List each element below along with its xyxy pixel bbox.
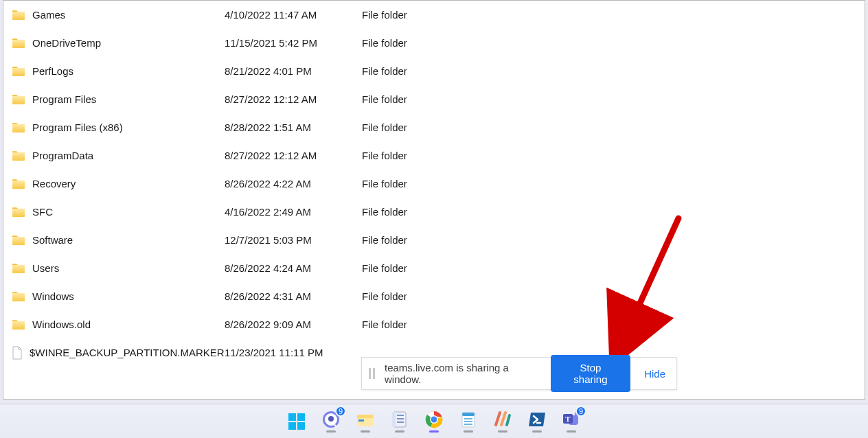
folder-row[interactable]: Games4/10/2022 11:47 AMFile folder: [3, 1, 865, 29]
notification-badge: 9: [335, 406, 346, 417]
taskbar-indicator: [567, 430, 576, 433]
item-date: 8/27/2022 12:12 AM: [225, 150, 362, 161]
item-type: File folder: [362, 319, 513, 330]
taskbar-notepad[interactable]: [459, 410, 478, 433]
folder-row[interactable]: Windows.old8/26/2022 9:09 AMFile folder: [3, 310, 865, 338]
item-name: Windows.old: [32, 319, 91, 330]
taskbar-indicator: [361, 430, 370, 433]
item-type: File folder: [362, 65, 513, 77]
item-date: 4/10/2022 11:47 AM: [225, 9, 362, 21]
item-name: Games: [32, 9, 65, 21]
notepad-icon: [459, 410, 478, 429]
folder-row[interactable]: Recovery8/26/2022 4:22 AMFile folder: [3, 170, 865, 198]
folder-row[interactable]: Program Files (x86)8/28/2022 1:51 AMFile…: [3, 113, 865, 141]
item-date: 8/26/2022 4:31 AM: [225, 290, 362, 302]
item-date: 11/15/2021 5:42 PM: [225, 37, 362, 49]
item-type: File folder: [362, 262, 513, 274]
folder-icon: [12, 122, 25, 133]
item-type: File folder: [362, 234, 513, 246]
onenote-icon: [390, 410, 409, 429]
item-name: Windows: [32, 290, 74, 302]
taskbar-teams-chat[interactable]: 9: [321, 410, 341, 433]
item-name: PerfLogs: [32, 65, 73, 77]
share-message: teams.live.com is sharing a window.: [385, 362, 541, 385]
item-name: ProgramData: [32, 150, 93, 161]
taskbar-onenote[interactable]: [390, 410, 409, 433]
powershell-icon: [527, 410, 547, 429]
item-date: 8/26/2022 4:24 AM: [225, 262, 362, 274]
item-name: Program Files (x86): [32, 122, 123, 133]
folder-icon: [12, 66, 25, 77]
folder-icon: [12, 235, 25, 246]
taskbar-indicator: [395, 430, 404, 433]
item-type: File folder: [362, 178, 513, 189]
folder-row[interactable]: SFC4/16/2022 2:49 AMFile folder: [3, 198, 865, 226]
taskbar-indicator: [498, 430, 507, 433]
taskbar-teams[interactable]: 9: [562, 410, 581, 433]
folder-icon: [12, 207, 25, 218]
folder-row[interactable]: Software12/7/2021 5:03 PMFile folder: [3, 226, 865, 254]
taskbar[interactable]: 99: [0, 404, 868, 438]
folder-icon: [12, 319, 25, 330]
taskbar-indicator: [464, 430, 473, 433]
item-name: SFC: [32, 206, 53, 218]
item-date: 12/7/2021 5:03 PM: [225, 234, 362, 246]
file-list[interactable]: Games4/10/2022 11:47 AMFile folderOneDri…: [3, 1, 865, 399]
folder-icon: [12, 38, 25, 49]
item-date: 4/16/2022 2:49 AM: [225, 206, 362, 218]
taskbar-indicator: [326, 430, 336, 433]
folder-row[interactable]: Users8/26/2022 4:24 AMFile folder: [3, 254, 865, 282]
item-date: 8/21/2022 4:01 PM: [225, 65, 362, 77]
item-name: $WINRE_BACKUP_PARTITION.MARKER: [30, 347, 225, 358]
folder-row[interactable]: OneDriveTemp11/15/2021 5:42 PMFile folde…: [3, 29, 865, 57]
taskbar-indicator: [532, 430, 542, 433]
item-type: File folder: [362, 122, 513, 133]
item-name: Software: [32, 234, 73, 246]
file-icon: [12, 346, 23, 360]
item-type: File folder: [362, 93, 513, 105]
notification-badge: 9: [575, 406, 586, 417]
drag-handle-icon[interactable]: [369, 368, 375, 379]
item-date: 8/26/2022 4:22 AM: [225, 178, 362, 189]
windows-tool-icon: [493, 410, 512, 429]
item-date: 8/27/2022 12:12 AM: [225, 93, 362, 105]
screen-share-bar[interactable]: teams.live.com is sharing a window. Stop…: [361, 357, 677, 390]
item-date: 8/26/2022 9:09 AM: [225, 319, 362, 330]
item-type: File folder: [362, 9, 513, 21]
chrome-icon: [424, 410, 444, 429]
item-name: OneDriveTemp: [32, 37, 101, 49]
folder-icon: [12, 150, 25, 161]
folder-row[interactable]: PerfLogs8/21/2022 4:01 PMFile folder: [3, 57, 865, 85]
folder-icon: [12, 263, 25, 274]
start-icon: [287, 412, 306, 431]
taskbar-indicator: [429, 430, 439, 433]
item-name: Users: [32, 262, 59, 274]
folder-icon: [12, 10, 25, 21]
item-date: 8/28/2022 1:51 AM: [225, 122, 362, 133]
folder-icon: [12, 178, 25, 189]
taskbar-windows-tool[interactable]: [493, 410, 512, 433]
taskbar-start[interactable]: [287, 412, 306, 431]
folder-row[interactable]: Windows8/26/2022 4:31 AMFile folder: [3, 282, 865, 310]
taskbar-powershell[interactable]: [527, 410, 547, 433]
taskbar-file-explorer[interactable]: [356, 410, 375, 433]
file-explorer-icon: [356, 410, 375, 429]
hide-share-bar-button[interactable]: Hide: [640, 365, 670, 382]
folder-row[interactable]: Program Files8/27/2022 12:12 AMFile fold…: [3, 85, 865, 113]
item-type: File folder: [362, 290, 513, 302]
file-explorer-window[interactable]: Games4/10/2022 11:47 AMFile folderOneDri…: [3, 0, 865, 400]
stop-sharing-button[interactable]: Stop sharing: [551, 355, 630, 392]
item-type: File folder: [362, 150, 513, 161]
item-name: Program Files: [32, 93, 96, 105]
item-type: File folder: [362, 206, 513, 218]
item-name: Recovery: [32, 178, 76, 189]
taskbar-chrome[interactable]: [424, 410, 444, 433]
item-type: File folder: [362, 37, 513, 49]
folder-row[interactable]: ProgramData8/27/2022 12:12 AMFile folder: [3, 141, 865, 170]
folder-icon: [12, 94, 25, 105]
folder-icon: [12, 291, 25, 302]
item-date: 11/23/2021 11:11 PM: [225, 347, 362, 358]
